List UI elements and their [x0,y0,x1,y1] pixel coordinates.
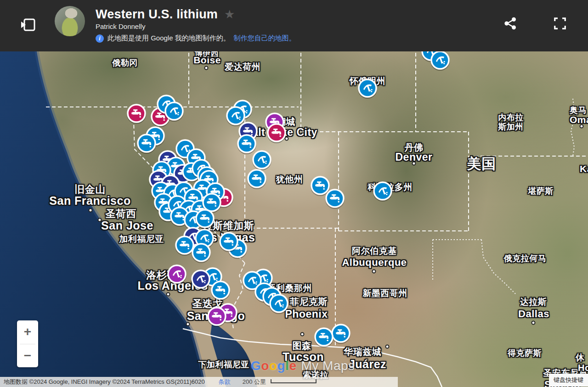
fullscreen-button[interactable] [553,17,567,32]
mine-marker[interactable] [226,107,245,126]
water-marker[interactable] [247,170,266,189]
water-marker[interactable] [127,105,146,124]
scale-label: 200 公里 [243,378,266,386]
map-author: Patrick Donnelly [96,22,296,30]
info-icon: i [96,34,104,43]
keyboard-shortcuts-button[interactable]: 键盘快捷键 [549,374,588,387]
water-marker[interactable] [195,210,215,229]
google-logo-letter: g [277,359,286,373]
map-canvas[interactable]: 俄勒冈博伊西Boise爱达荷州怀俄明州内布拉斯加州奥马Oma丹佛Denver美国… [0,0,588,387]
fullscreen-icon [553,17,567,30]
google-logo-letter: e [289,359,296,373]
water-marker[interactable] [207,308,226,327]
water-marker[interactable] [314,328,334,348]
markers-layer [0,0,588,387]
water-marker[interactable] [175,236,194,256]
google-logo-letter: o [269,359,277,373]
mine-marker[interactable] [373,182,392,202]
water-marker[interactable] [192,244,211,263]
my-maps-embed: 俄勒冈博伊西Boise爱达荷州怀俄明州内布拉斯加州奥马Oma丹佛Denver美国… [0,0,588,387]
water-marker[interactable] [137,135,156,154]
share-button[interactable] [503,17,517,32]
water-marker[interactable] [331,325,351,344]
create-map-link[interactable]: 制作您自己的地图。 [234,34,296,43]
terms-link[interactable]: 条款 [219,378,231,386]
mine-marker[interactable] [164,102,184,122]
mine-marker[interactable] [269,295,288,314]
mine-marker[interactable] [430,51,450,71]
google-logo-letter: G [251,359,261,373]
map-data-credit: 地图数据 ©2024 Google, INEGI Imagery ©2024 T… [4,378,205,386]
google-logo-letter: o [261,359,269,373]
google-my-maps-watermark: Google My Maps [251,359,355,373]
share-icon [503,17,517,30]
water-marker[interactable] [219,233,238,252]
mine-marker[interactable] [358,79,377,99]
page-title: Western U.S. lithium [96,7,218,21]
title-block: Western U.S. lithium ★ Patrick Donnelly … [96,7,296,43]
water-marker[interactable] [237,135,256,154]
water-marker[interactable] [211,281,230,301]
zoom-in-button[interactable]: + [17,320,38,344]
panel-toggle-icon [20,17,36,32]
avatar[interactable] [55,6,85,36]
mine-marker[interactable] [252,151,271,170]
scale-bar [271,379,317,383]
google-logo: Google [251,359,296,373]
mine-marker[interactable] [191,270,210,290]
zoom-control: + − [17,320,38,367]
notice-text: 此地图是使用 Google 我的地图制作的。 [107,34,230,43]
water-marker[interactable] [267,124,286,143]
star-icon[interactable]: ★ [224,8,235,20]
toggle-panel-button[interactable] [20,17,36,34]
mine-marker[interactable] [167,265,187,285]
water-marker[interactable] [325,190,345,209]
map-header: Western U.S. lithium ★ Patrick Donnelly … [0,0,588,51]
zoom-out-button[interactable]: − [17,344,38,368]
attribution-bar: 地图数据 ©2024 Google, INEGI Imagery ©2024 T… [0,377,398,387]
mymaps-notice: i 此地图是使用 Google 我的地图制作的。 制作您自己的地图。 [96,34,296,43]
my-maps-wordmark: My Maps [301,359,355,373]
